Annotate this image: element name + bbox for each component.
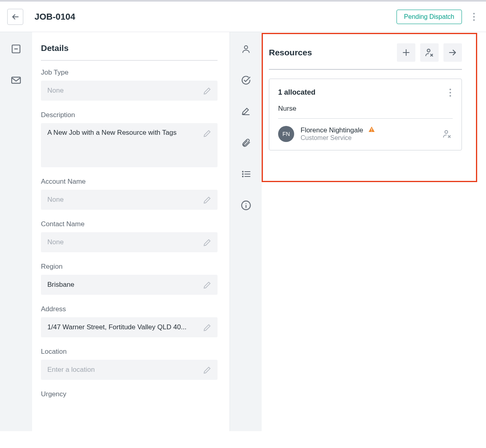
kebab-dot [449,92,451,93]
header-more-button[interactable] [469,10,479,24]
warning-icon [368,126,375,133]
pencil-icon[interactable] [202,238,212,247]
field-urgency: Urgency [41,390,218,398]
resources-header: Resources [269,43,462,62]
kebab-dot [449,95,451,97]
svg-rect-3 [12,77,20,83]
svg-point-4 [244,46,248,49]
resource-row[interactable]: FN Florence Nightingale Customer Service [278,126,453,142]
urgency-label: Urgency [41,390,218,398]
list-icon[interactable] [240,168,252,180]
attachment-icon[interactable] [240,137,252,148]
page-header: JOB-0104 Pending Dispatch [0,2,486,32]
svg-point-22 [445,130,448,133]
resources-divider [269,69,462,70]
kebab-dot [473,19,475,21]
contact-name-value: None [47,238,64,246]
bottom-spacer [0,431,486,448]
kebab-dot [473,16,475,18]
account-name-value: None [47,196,64,204]
mid-rail [230,32,262,431]
field-account-name: Account Name None [41,178,218,210]
pencil-icon[interactable] [202,280,212,290]
details-panel: Details Job Type None Description A New … [32,32,230,431]
allocation-count-label: 1 allocated [278,88,448,97]
contact-name-label: Contact Name [41,220,218,228]
location-input[interactable]: Enter a location [41,360,218,380]
allocation-card: 1 allocated Nurse FN Florence Nightingal… [269,79,462,150]
region-label: Region [41,263,218,271]
person-icon[interactable] [240,43,252,55]
page-title: JOB-0104 [35,12,75,22]
region-value: Brisbane [47,281,74,289]
add-resource-button[interactable] [397,43,415,62]
kebab-dot [473,13,475,14]
description-value: A New Job with a New Resource with Tags [47,129,177,137]
avatar: FN [278,126,294,142]
mail-icon[interactable] [10,75,22,86]
info-icon[interactable] [240,200,252,211]
address-input[interactable]: 1/47 Warner Street, Fortitude Valley QLD… [41,317,218,337]
pencil-icon[interactable] [202,195,212,205]
details-heading: Details [41,43,218,61]
pencil-icon[interactable] [202,323,212,332]
description-input[interactable]: A New Job with a New Resource with Tags [41,123,218,167]
field-location: Location Enter a location [41,348,218,380]
resources-heading: Resources [269,48,392,57]
resource-remove-button[interactable] [441,128,453,140]
person-remove-icon [442,129,452,139]
allocation-separator [278,118,453,119]
job-type-label: Job Type [41,69,218,77]
account-name-input[interactable]: None [41,190,218,210]
address-value: 1/47 Warner Street, Fortitude Valley QLD… [47,323,187,331]
left-rail [0,32,32,431]
field-region: Region Brisbane [41,263,218,295]
arrow-left-icon [11,12,20,21]
pencil-icon[interactable] [202,86,212,96]
status-badge[interactable]: Pending Dispatch [397,10,462,24]
resource-name: Florence Nightingale [301,126,363,134]
field-address: Address 1/47 Warner Street, Fortitude Va… [41,305,218,337]
details-icon[interactable] [10,43,22,55]
expand-panel-button[interactable] [443,43,462,62]
field-description: Description A New Job with a New Resourc… [41,111,218,167]
job-type-value: None [47,87,64,95]
resources-panel: Resources 1 allocated Nurse [262,32,469,150]
field-job-type: Job Type None [41,69,218,101]
field-contact-name: Contact Name None [41,220,218,252]
svg-point-5 [242,171,243,172]
resource-subtitle: Customer Service [301,134,375,142]
job-type-input[interactable]: None [41,81,218,101]
check-circle-icon[interactable] [240,75,252,86]
description-label: Description [41,111,218,119]
svg-rect-21 [372,131,372,132]
address-label: Address [41,305,218,313]
account-name-label: Account Name [41,178,218,186]
plus-icon [402,48,411,57]
svg-rect-20 [372,128,372,130]
svg-point-7 [242,174,243,174]
region-input[interactable]: Brisbane [41,275,218,295]
allocation-more-button[interactable] [448,87,453,98]
edit-icon[interactable] [240,106,252,117]
pencil-icon[interactable] [202,129,212,138]
kebab-dot [449,89,451,90]
svg-point-16 [427,49,430,52]
location-label: Location [41,348,218,356]
back-button[interactable] [7,9,23,25]
contact-name-input[interactable]: None [41,232,218,252]
location-value: Enter a location [47,366,95,374]
svg-point-9 [242,176,243,177]
remove-resource-button[interactable] [420,43,439,62]
arrow-right-icon [448,48,458,57]
allocation-role: Nurse [278,105,453,113]
details-scroll[interactable]: Job Type None Description A New Job with… [41,69,234,430]
person-remove-icon [425,48,434,57]
pencil-icon[interactable] [202,365,212,375]
